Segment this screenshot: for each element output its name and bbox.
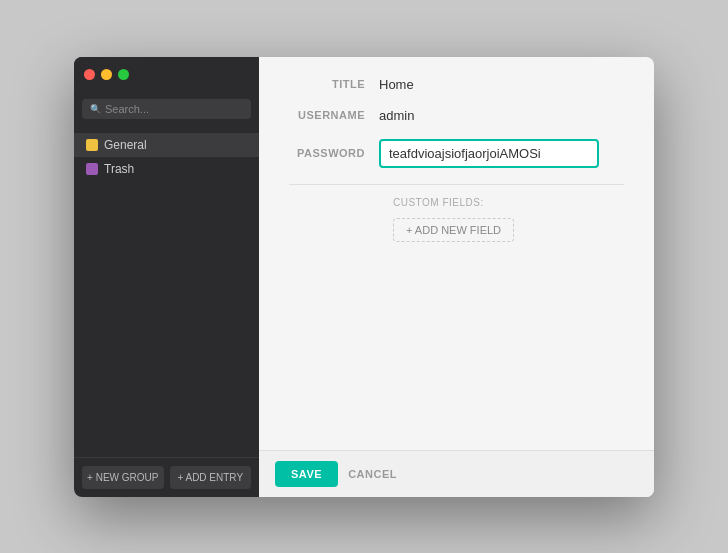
main-window: 🔍 General Trash + NEW GROUP + ADD ENTRY (74, 57, 654, 497)
sidebar-footer: + NEW GROUP + ADD ENTRY (74, 457, 259, 497)
username-row: USERNAME admin (289, 108, 624, 123)
username-label: USERNAME (289, 109, 379, 121)
new-group-button[interactable]: + NEW GROUP (82, 466, 164, 489)
custom-fields-section: CUSTOM FIELDS: + ADD NEW FIELD (289, 197, 624, 242)
sidebar-item-general[interactable]: General (74, 133, 259, 157)
title-value: Home (379, 77, 414, 92)
sidebar-nav: General Trash (74, 125, 259, 457)
main-content: TITLE Home USERNAME admin PASSWORD CUSTO… (259, 57, 654, 497)
custom-fields-label: CUSTOM FIELDS: (289, 197, 624, 208)
title-label: TITLE (289, 78, 379, 90)
sidebar: 🔍 General Trash + NEW GROUP + ADD ENTRY (74, 57, 259, 497)
sidebar-item-general-label: General (104, 138, 147, 152)
password-label: PASSWORD (289, 147, 379, 159)
add-field-button[interactable]: + ADD NEW FIELD (393, 218, 514, 242)
window-layout: 🔍 General Trash + NEW GROUP + ADD ENTRY (74, 57, 654, 497)
add-entry-button[interactable]: + ADD ENTRY (170, 466, 252, 489)
titlebar (74, 57, 259, 93)
bottom-bar: SAVE CANCEL (259, 450, 654, 497)
title-row: TITLE Home (289, 77, 624, 92)
password-input[interactable] (379, 139, 599, 168)
folder-icon (86, 139, 98, 151)
cancel-button[interactable]: CANCEL (348, 468, 397, 480)
username-value: admin (379, 108, 414, 123)
search-input[interactable] (105, 103, 243, 115)
save-button[interactable]: SAVE (275, 461, 338, 487)
search-icon: 🔍 (90, 104, 101, 114)
minimize-button[interactable] (101, 69, 112, 80)
trash-icon (86, 163, 98, 175)
sidebar-item-trash[interactable]: Trash (74, 157, 259, 181)
form-area: TITLE Home USERNAME admin PASSWORD CUSTO… (259, 57, 654, 450)
password-row: PASSWORD (289, 139, 624, 168)
sidebar-item-trash-label: Trash (104, 162, 134, 176)
maximize-button[interactable] (118, 69, 129, 80)
close-button[interactable] (84, 69, 95, 80)
search-bar: 🔍 (82, 99, 251, 119)
divider (289, 184, 624, 185)
